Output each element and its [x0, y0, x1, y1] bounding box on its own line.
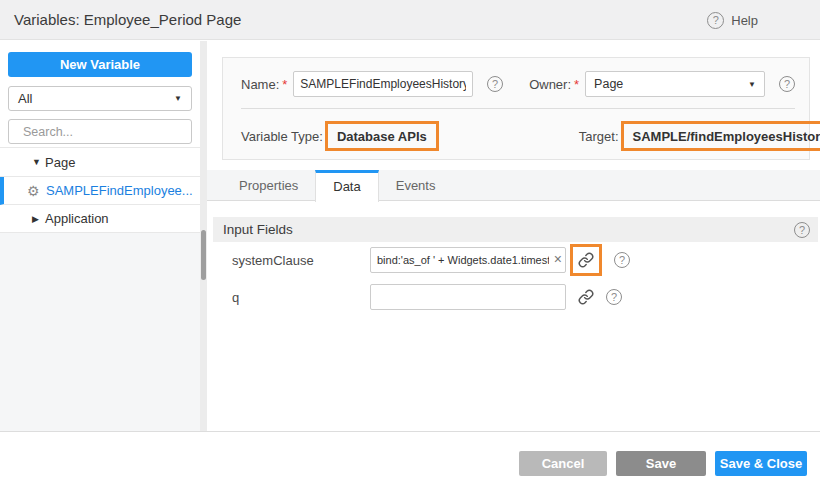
name-help-icon[interactable]: ? — [487, 76, 503, 92]
save-button[interactable]: Save — [616, 451, 706, 476]
input-fields-header: Input Fields ? — [213, 217, 818, 242]
tree-node-application[interactable]: ▶ Application — [0, 205, 200, 233]
field-label: q — [232, 290, 370, 305]
name-owner-row: Name:* ? Owner:* Page ▼ ? — [241, 70, 795, 98]
required-asterisk: * — [282, 77, 287, 92]
sidebar-scrollbar-thumb[interactable] — [201, 230, 206, 280]
bind-link-icon[interactable] — [578, 289, 594, 305]
type-target-row: Variable Type: Database APIs Target: SAM… — [241, 120, 795, 152]
name-label: Name:* — [241, 77, 287, 92]
chevron-down-icon: ▼ — [748, 80, 756, 89]
tree-node-label: Application — [45, 211, 109, 226]
dialog-footer: Cancel Save Save & Close — [0, 431, 820, 489]
variable-name-input[interactable] — [293, 71, 473, 97]
variable-type-highlight: Database APIs — [325, 121, 439, 151]
caret-down-icon[interactable]: ▼ — [32, 157, 45, 167]
tab-data[interactable]: Data — [315, 170, 378, 202]
systemclause-help-icon[interactable]: ? — [614, 252, 630, 268]
detail-tabs: Properties Data Events — [207, 170, 820, 201]
search-input[interactable] — [23, 125, 184, 139]
variable-summary-panel: Name:* ? Owner:* Page ▼ ? Variable Type:… — [222, 57, 810, 160]
owner-label: Owner:* — [529, 77, 579, 92]
tree-item-selected-variable[interactable]: ⚙ SAMPLEFindEmployee... — [0, 177, 200, 205]
target-value: SAMPLE/findEmployeesHistory — [633, 129, 820, 144]
target-highlight: SAMPLE/findEmployeesHistory — [621, 121, 820, 151]
q-help-icon[interactable]: ? — [606, 289, 622, 305]
variable-search[interactable] — [8, 119, 192, 144]
help-icon[interactable]: ? — [707, 12, 724, 29]
tab-events[interactable]: Events — [379, 170, 453, 200]
page-title: Variables: Employee_Period Page — [14, 0, 241, 40]
dialog-header: Variables: Employee_Period Page ? Help — [0, 0, 820, 40]
variable-detail-panel: Name:* ? Owner:* Page ▼ ? Variable Type:… — [207, 41, 820, 431]
filter-selected-value: All — [18, 91, 174, 106]
tree-node-label: Page — [45, 155, 75, 170]
variable-type-label: Variable Type: — [241, 129, 323, 144]
sidebar-empty-area — [0, 232, 200, 431]
variable-type-icon: ⚙ — [27, 183, 46, 199]
input-field-row-systemclause: systemClause × ? — [232, 244, 820, 276]
selected-variable-label: SAMPLEFindEmployee... — [46, 183, 193, 198]
required-asterisk: * — [574, 77, 579, 92]
systemclause-input[interactable] — [370, 247, 566, 273]
panel-divider — [200, 41, 207, 431]
tree-node-page[interactable]: ▼ Page — [0, 147, 200, 177]
variable-tree: ▼ Page ⚙ SAMPLEFindEmployee... ▶ Applica… — [0, 147, 200, 233]
target-label: Target: — [579, 129, 619, 144]
save-and-close-button[interactable]: Save & Close — [715, 451, 807, 476]
owner-selected-value: Page — [594, 77, 748, 91]
input-field-row-q: q ? — [232, 281, 820, 313]
panel-separator — [241, 108, 795, 109]
help-button[interactable]: ? Help — [707, 0, 758, 40]
bind-link-icon[interactable] — [578, 252, 594, 268]
input-fields-help-icon[interactable]: ? — [794, 222, 810, 238]
variable-filter-select[interactable]: All ▼ — [8, 86, 192, 111]
chevron-down-icon: ▼ — [174, 94, 182, 103]
clear-binding-icon[interactable]: × — [554, 247, 562, 272]
owner-select[interactable]: Page ▼ — [585, 71, 765, 97]
cancel-button[interactable]: Cancel — [519, 451, 607, 476]
section-title: Input Fields — [223, 222, 293, 237]
new-variable-button[interactable]: New Variable — [8, 52, 192, 77]
field-label: systemClause — [232, 253, 370, 268]
help-label[interactable]: Help — [731, 13, 758, 28]
caret-right-icon[interactable]: ▶ — [32, 214, 45, 224]
tab-properties[interactable]: Properties — [222, 170, 315, 200]
variables-dialog: Variables: Employee_Period Page ? Help N… — [0, 0, 820, 489]
variables-sidebar: New Variable All ▼ ▼ Page ⚙ SAMPLEFindEm… — [0, 41, 200, 431]
variable-type-value: Database APIs — [337, 129, 427, 144]
owner-help-icon[interactable]: ? — [779, 76, 795, 92]
q-input[interactable] — [370, 284, 566, 310]
bind-button-highlight — [570, 244, 602, 276]
